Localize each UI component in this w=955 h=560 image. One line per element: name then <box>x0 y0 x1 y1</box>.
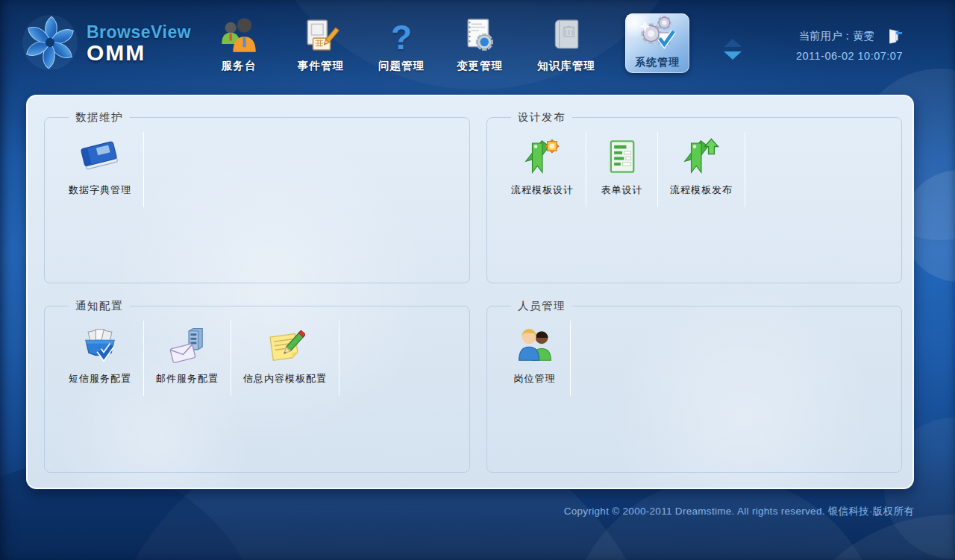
nav-item-service-desk[interactable]: 服务台 <box>198 10 279 73</box>
ribbon-star-icon <box>522 136 563 177</box>
item-data-dictionary[interactable]: 数据字典管理 <box>57 132 144 207</box>
question-mark-icon: ? <box>391 16 412 54</box>
sms-box-check-icon <box>80 325 120 365</box>
group-title: 通知配置 <box>69 299 130 313</box>
item-label: 表单设计 <box>601 183 643 197</box>
scroll-down-icon[interactable] <box>724 51 742 60</box>
scroll-up-icon[interactable] <box>724 39 742 47</box>
nav-item-knowledge-base[interactable]: 知识库管理 <box>519 10 613 73</box>
nav-item-label: 事件管理 <box>298 59 344 73</box>
service-desk-icon <box>219 16 258 54</box>
item-mail-service-config[interactable]: 邮件服务配置 <box>144 321 231 396</box>
item-label: 信息内容模板配置 <box>243 372 327 386</box>
nav-item-label: 变更管理 <box>457 59 503 73</box>
group-notification-config: 通知配置 短信服务配置 <box>44 299 470 473</box>
pinwheel-logo-icon <box>21 13 79 75</box>
main-content-panel: 数据维护 数据字典管理 设计发布 <box>26 95 914 489</box>
nav-item-label: 系统管理 <box>635 56 680 69</box>
item-label: 数据字典管理 <box>69 183 131 197</box>
copyright-text: Copyright © 2000-2011 Dreamstime. All ri… <box>564 505 914 518</box>
item-label: 流程模板设计 <box>511 183 574 197</box>
group-title: 数据维护 <box>69 110 130 125</box>
nav-item-system-management[interactable]: 系统管理 <box>625 13 689 73</box>
mail-server-icon <box>167 325 207 365</box>
event-notepad-icon <box>302 16 339 54</box>
note-pencil-icon <box>265 325 305 365</box>
item-label: 岗位管理 <box>514 372 556 386</box>
group-personnel-management: 人员管理 岗位管理 <box>486 299 902 473</box>
two-people-icon <box>515 325 555 365</box>
item-label: 流程模板发布 <box>670 183 733 197</box>
current-user-label: 当前用户：黄雯 <box>799 29 875 43</box>
item-process-template-design[interactable]: 流程模板设计 <box>499 132 586 207</box>
item-label: 短信服务配置 <box>69 372 131 386</box>
group-design-publish: 设计发布 流程模板设计 <box>486 110 902 283</box>
item-process-template-publish[interactable]: 流程模板发布 <box>658 132 745 207</box>
change-doc-gear-icon <box>461 16 498 54</box>
app-logo: BrowseView OMM <box>21 13 191 75</box>
item-sms-service-config[interactable]: 短信服务配置 <box>57 321 144 396</box>
item-message-template-config[interactable]: 信息内容模板配置 <box>231 321 339 396</box>
nav-item-change-management[interactable]: 变更管理 <box>440 10 519 73</box>
form-design-icon <box>602 136 642 177</box>
item-label: 邮件服务配置 <box>156 372 219 386</box>
blue-book-icon <box>80 136 120 177</box>
nav-scroller <box>724 39 742 60</box>
nav-item-label: 问题管理 <box>378 59 425 73</box>
bg-circle <box>567 477 880 560</box>
bg-circle <box>776 515 955 560</box>
nav-item-problem-management[interactable]: ? 问题管理 <box>363 10 440 73</box>
sparkle-highlight <box>627 15 652 40</box>
nav-item-event-management[interactable]: 事件管理 <box>279 10 363 73</box>
group-title: 设计发布 <box>511 110 572 125</box>
item-position-management[interactable]: 岗位管理 <box>499 321 571 396</box>
main-navigation: 服务台 事件管理 ? 问题管理 <box>198 10 689 73</box>
nav-item-label: 服务台 <box>222 59 257 73</box>
ribbon-up-arrow-icon <box>681 136 721 177</box>
user-info: 当前用户：黄雯 2011-06-02 10:07:07 <box>796 28 903 62</box>
item-form-design[interactable]: 表单设计 <box>586 132 658 207</box>
group-title: 人员管理 <box>511 299 572 313</box>
nav-item-label: 知识库管理 <box>537 59 595 73</box>
logout-door-icon[interactable] <box>886 28 903 44</box>
knowledge-book-icon <box>548 16 585 54</box>
brand-product: OMM <box>87 41 191 65</box>
current-datetime: 2011-06-02 10:07:07 <box>796 50 903 62</box>
brand-name: BrowseView <box>87 23 191 41</box>
group-data-maintenance: 数据维护 数据字典管理 <box>44 110 470 283</box>
